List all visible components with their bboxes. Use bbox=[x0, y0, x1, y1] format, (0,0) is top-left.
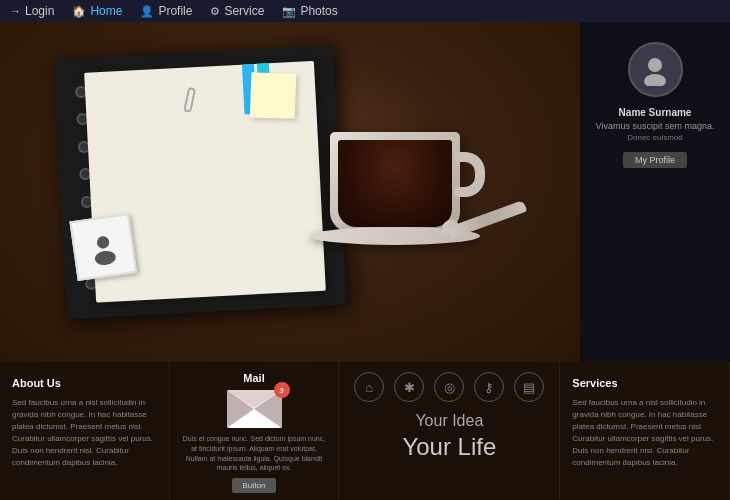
nav-home-label: Home bbox=[90, 4, 122, 18]
login-icon: → bbox=[10, 5, 21, 17]
about-us-section: About Us Sed faucibus urna a nisl sollic… bbox=[0, 362, 170, 500]
photos-nav-icon: 📷 bbox=[282, 5, 296, 18]
paperclip bbox=[183, 87, 196, 113]
your-idea-text: Your Idea bbox=[415, 412, 483, 430]
mail-bottom-left bbox=[227, 390, 254, 428]
icon-row: ⌂ ✱ ◎ ⚷ ▤ bbox=[354, 372, 544, 402]
svg-point-2 bbox=[648, 58, 662, 72]
nav-photos[interactable]: 📷 Photos bbox=[282, 4, 337, 18]
mail-desc: Duis et congue nunc. Sed dictum ipsum nu… bbox=[182, 434, 327, 473]
services-section: Services Sed faucibus urna a nisl sollic… bbox=[560, 362, 730, 500]
avatar-icon bbox=[639, 54, 671, 86]
nav-home[interactable]: 🏠 Home bbox=[72, 4, 122, 18]
profile-subtitle: Vivamus suscipit sem magna. bbox=[596, 121, 715, 131]
person-photo-icon bbox=[84, 227, 124, 267]
your-life-text: Your Life bbox=[402, 433, 496, 461]
mail-section: Mail 3 Duis et congue nunc. Sed dictum i… bbox=[170, 362, 340, 500]
nav-service[interactable]: ⚙ Service bbox=[210, 4, 264, 18]
camera-icon-circle[interactable]: ◎ bbox=[434, 372, 464, 402]
nav-service-label: Service bbox=[224, 4, 264, 18]
icons-cta-section: ⌂ ✱ ◎ ⚷ ▤ Your Idea Your Life bbox=[339, 362, 560, 500]
photo-frame bbox=[69, 213, 137, 281]
profile-panel: Name Surname Vivamus suscipit sem magna.… bbox=[580, 22, 730, 362]
svg-point-1 bbox=[93, 249, 116, 266]
mail-button[interactable]: Button bbox=[232, 478, 275, 493]
avatar bbox=[628, 42, 683, 97]
mail-title: Mail bbox=[243, 372, 264, 384]
key-icon-circle[interactable]: ⚷ bbox=[474, 372, 504, 402]
profile-desc: Donec euismod bbox=[627, 133, 683, 142]
settings-icon-circle[interactable]: ✱ bbox=[394, 372, 424, 402]
about-us-title: About Us bbox=[12, 377, 157, 389]
mail-icon-container: 3 bbox=[227, 390, 282, 428]
nav-profile-label: Profile bbox=[158, 4, 192, 18]
mail-badge: 3 bbox=[274, 382, 290, 398]
about-us-text: Sed faucibus urna a nisl sollicitudin in… bbox=[12, 397, 157, 469]
nav-login-label: Login bbox=[25, 4, 54, 18]
cup-body bbox=[330, 132, 460, 232]
home-nav-icon: 🏠 bbox=[72, 5, 86, 18]
nav-photos-label: Photos bbox=[300, 4, 337, 18]
home-icon-circle[interactable]: ⌂ bbox=[354, 372, 384, 402]
print-icon-circle[interactable]: ▤ bbox=[514, 372, 544, 402]
service-nav-icon: ⚙ bbox=[210, 5, 220, 18]
navigation: → Login 🏠 Home 👤 Profile ⚙ Service 📷 Pho… bbox=[0, 0, 730, 22]
my-profile-button[interactable]: My Profile bbox=[623, 152, 687, 168]
profile-nav-icon: 👤 bbox=[140, 5, 154, 18]
coffee-cup-area bbox=[290, 72, 510, 292]
services-title: Services bbox=[572, 377, 717, 389]
svg-point-0 bbox=[96, 235, 110, 249]
mail-envelope bbox=[227, 390, 282, 428]
nav-profile[interactable]: 👤 Profile bbox=[140, 4, 192, 18]
nav-login[interactable]: → Login bbox=[10, 4, 54, 18]
footer: About Us Sed faucibus urna a nisl sollic… bbox=[0, 362, 730, 500]
hero-section bbox=[0, 22, 580, 362]
services-text: Sed faucibus urna a nisl sollicitudin in… bbox=[572, 397, 717, 469]
cup-inner bbox=[338, 140, 452, 227]
profile-name: Name Surname bbox=[619, 107, 692, 118]
cup-handle bbox=[455, 152, 485, 197]
svg-point-3 bbox=[644, 74, 666, 86]
